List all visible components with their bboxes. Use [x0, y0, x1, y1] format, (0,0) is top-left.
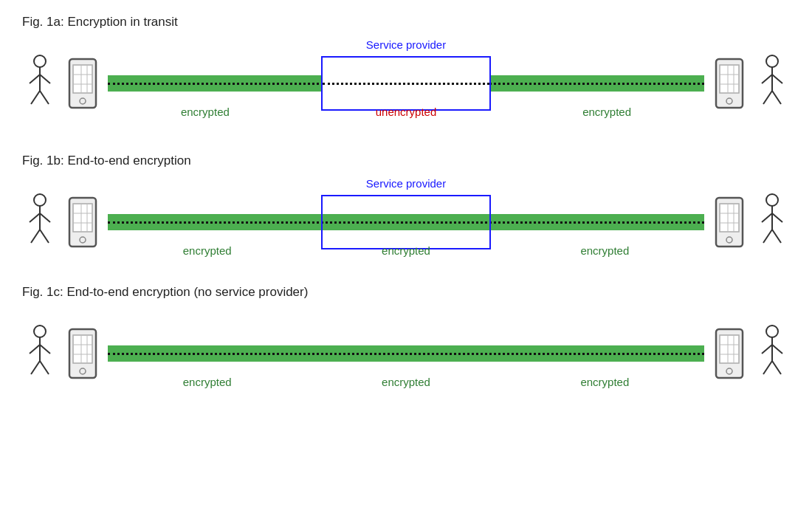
label-right-1a: encrypted [582, 106, 631, 118]
left-phone-1c [63, 328, 102, 379]
service-label-1a: Service provider [366, 38, 446, 51]
fig1b-labels: encrypted encrypted encrypted [108, 244, 704, 257]
phone-1b-l [67, 196, 98, 248]
svg-line-58 [30, 345, 40, 354]
label-middle-1c: encrypted [382, 376, 430, 388]
right-phone-1c [710, 328, 749, 379]
svg-line-82 [763, 361, 772, 374]
svg-line-60 [31, 361, 40, 374]
svg-line-59 [40, 345, 50, 354]
figure-1a: Fig. 1a: Encryption in transit [22, 15, 790, 124]
phone-1b-r [714, 196, 745, 248]
left-phone-1b [63, 196, 102, 248]
label-right-1b: encrypted [580, 244, 629, 257]
left-phone-1a [63, 58, 102, 109]
label-middle-1a: unencrypted [376, 106, 437, 118]
right-phone-1b [710, 196, 749, 248]
label-left-1b: encrypted [183, 244, 232, 257]
svg-line-5 [40, 91, 49, 104]
right-person-1a [754, 54, 790, 113]
svg-line-81 [772, 345, 782, 354]
svg-line-53 [772, 213, 782, 222]
stick-figure-svg-r [756, 54, 788, 113]
svg-line-33 [40, 230, 49, 243]
svg-line-55 [772, 230, 781, 243]
svg-line-30 [30, 213, 40, 222]
svg-line-27 [772, 91, 781, 104]
stick-fig-1b-r [756, 193, 788, 252]
service-box-1b: Service provider [321, 195, 491, 249]
right-person-1c [754, 324, 790, 383]
label-left-1c: encrypted [183, 376, 232, 388]
right-phone-1a [710, 58, 749, 109]
svg-point-0 [34, 55, 46, 67]
phone-1c-r [714, 328, 745, 379]
svg-line-32 [31, 230, 40, 243]
svg-line-3 [40, 75, 50, 83]
svg-line-80 [762, 345, 772, 354]
label-right-1c: encrypted [580, 376, 629, 388]
svg-line-52 [762, 213, 772, 222]
fig1c-channel: encrypted encrypted encrypted [108, 313, 704, 394]
fig1a-channel: Service provider encrypted unencrypted e… [108, 43, 704, 124]
phone-1c-l [67, 328, 98, 379]
svg-point-50 [766, 194, 778, 206]
phone-svg-right [714, 58, 745, 109]
figure-1b: Fig. 1b: End-to-end encryption [22, 154, 790, 263]
left-person-1c [22, 324, 58, 383]
fig1c-title: Fig. 1c: End-to-end encryption (no servi… [22, 285, 790, 300]
svg-rect-43 [720, 204, 739, 232]
fig1a-title: Fig. 1a: Encryption in transit [22, 15, 790, 30]
label-middle-1b: encrypted [382, 244, 430, 257]
stick-figure-svg [24, 54, 56, 113]
svg-line-83 [772, 361, 781, 374]
svg-rect-7 [73, 65, 92, 93]
stick-fig-1c-r [756, 324, 788, 383]
stick-fig-1b-l [24, 193, 56, 252]
svg-point-78 [766, 326, 778, 337]
figure-1c: Fig. 1c: End-to-end encryption (no servi… [22, 285, 790, 394]
svg-point-56 [34, 326, 46, 337]
fig1a-row: Service provider encrypted unencrypted e… [22, 43, 790, 124]
stick-fig-1c-l [24, 324, 56, 383]
svg-line-61 [40, 361, 49, 374]
service-box-1a: Service provider [321, 56, 491, 111]
svg-rect-63 [73, 335, 92, 363]
dotted-inner-1a [323, 83, 489, 85]
svg-line-26 [763, 91, 772, 104]
svg-line-31 [40, 213, 50, 222]
fig1c-labels: encrypted encrypted encrypted [108, 376, 704, 388]
main-container: Fig. 1a: Encryption in transit [0, 0, 812, 409]
svg-line-2 [30, 75, 40, 83]
fig1b-title: Fig. 1b: End-to-end encryption [22, 154, 790, 168]
svg-line-24 [762, 75, 772, 83]
left-person-1a [22, 54, 58, 113]
fig1b-row: Service provider encrypted encrypted enc… [22, 182, 790, 263]
right-person-1b [754, 193, 790, 252]
svg-line-54 [763, 230, 772, 243]
svg-rect-15 [720, 65, 739, 93]
dotted-line-1c [108, 353, 704, 355]
phone-svg [67, 58, 98, 109]
left-person-1b [22, 193, 58, 252]
label-left-1a: encrypted [181, 106, 230, 118]
svg-line-4 [31, 91, 40, 104]
fig1b-channel: Service provider encrypted encrypted enc… [108, 182, 704, 263]
svg-point-28 [34, 194, 46, 206]
fig1a-labels: encrypted unencrypted encrypted [108, 106, 704, 118]
svg-rect-71 [720, 335, 739, 363]
service-label-1b: Service provider [366, 177, 446, 190]
svg-rect-35 [73, 204, 92, 232]
svg-point-22 [766, 55, 778, 67]
svg-line-25 [772, 75, 782, 83]
fig1c-row: encrypted encrypted encrypted [22, 313, 790, 394]
